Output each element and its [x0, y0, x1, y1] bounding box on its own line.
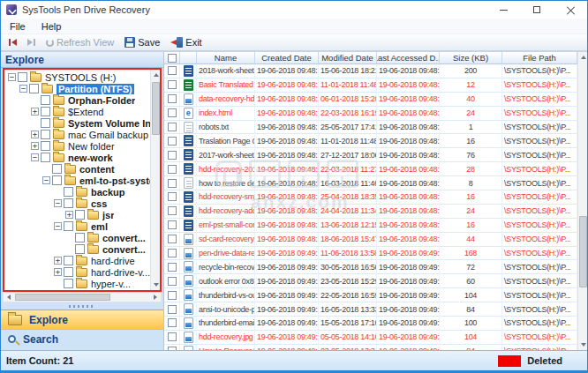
tree-checkbox[interactable]: [64, 198, 73, 208]
table-row[interactable]: how to restore del...19-06-2018 09:48:..…: [164, 176, 577, 190]
maximize-button[interactable]: [520, 1, 554, 19]
tree-checkbox[interactable]: [64, 221, 73, 231]
tree-item[interactable]: +hard-drive-v...: [4, 266, 150, 278]
tree-item[interactable]: hyper-v...: [4, 278, 150, 289]
table-row[interactable]: ansi-to-unicode-pst...19-06-2018 09:49:.…: [164, 302, 577, 317]
table-row[interactable]: outlook error 0x80...19-06-2018 09:49:..…: [164, 274, 577, 288]
row-checkbox[interactable]: [168, 165, 177, 174]
tree-item[interactable]: System Volume Inform: [4, 117, 150, 129]
tree-checkbox[interactable]: [41, 130, 50, 139]
column-header[interactable]: Last Accessed D...: [377, 52, 440, 64]
table-scrollbar-thumb[interactable]: [579, 216, 587, 287]
expand-icon[interactable]: +: [65, 211, 73, 219]
tree-checkbox[interactable]: [75, 233, 85, 242]
expand-icon[interactable]: +: [31, 131, 39, 138]
row-checkbox[interactable]: [168, 151, 177, 160]
table-row[interactable]: sd-card-recovery.p...19-06-2018 09:48:..…: [164, 233, 577, 247]
row-checkbox[interactable]: [168, 94, 177, 103]
table-scroll-down-button[interactable]: [578, 339, 587, 350]
tree-checkbox[interactable]: [41, 95, 50, 105]
tree-vertical-scrollbar[interactable]: [150, 70, 160, 290]
tree-scrollbar-thumb[interactable]: [152, 82, 160, 135]
row-checkbox[interactable]: [168, 206, 177, 215]
collapse-icon[interactable]: −: [42, 176, 50, 184]
row-checkbox[interactable]: [168, 332, 177, 341]
expand-icon[interactable]: +: [54, 257, 62, 265]
tree-checkbox[interactable]: [52, 164, 62, 174]
table-row[interactable]: hdd-recovery.jpg19-06-2018 09:49:...05-0…: [164, 331, 577, 345]
row-checkbox[interactable]: [168, 220, 177, 229]
column-header[interactable]: Created Date: [255, 52, 319, 64]
tree-item[interactable]: +hard-drive: [4, 255, 150, 266]
tree-checkbox[interactable]: [41, 141, 50, 151]
row-checkbox[interactable]: [168, 249, 177, 257]
explore-nav-button[interactable]: Explore: [1, 310, 163, 329]
tree-item[interactable]: content: [4, 163, 150, 175]
expand-icon[interactable]: +: [31, 108, 39, 116]
row-checkbox[interactable]: [168, 291, 177, 300]
tree-checkbox[interactable]: [64, 279, 73, 288]
collapse-icon[interactable]: −: [54, 222, 62, 230]
row-checkbox[interactable]: [168, 263, 177, 272]
expand-icon[interactable]: +: [54, 268, 62, 276]
panel-splitter[interactable]: [1, 302, 163, 310]
tree-item[interactable]: −SYSTOOLS (H:): [4, 71, 150, 83]
tree-checkbox[interactable]: [64, 256, 73, 265]
row-checkbox[interactable]: [168, 137, 177, 145]
column-header[interactable]: File Path: [502, 52, 577, 64]
tree-item[interactable]: +mac Gmail backup: [4, 129, 150, 140]
go-first-button[interactable]: [5, 34, 20, 50]
row-checkbox[interactable]: [168, 318, 177, 327]
table-row[interactable]: eml-pst-small-conte...19-06-2018 09:48:.…: [164, 219, 577, 233]
table-row[interactable]: eindex.html19-06-2018 09:48:...22-03-201…: [164, 107, 577, 121]
tree-item[interactable]: −eml: [4, 220, 150, 232]
tree-item[interactable]: −eml-to-pst-systoo: [4, 175, 150, 186]
search-nav-button[interactable]: Search: [1, 329, 163, 348]
row-checkbox[interactable]: [168, 66, 177, 75]
tree-checkbox[interactable]: [75, 210, 85, 220]
table-row[interactable]: data-recovery-hdd....19-06-2018 09:48:..…: [164, 93, 577, 107]
table-row[interactable]: 2018-work-sheet.odt19-06-2018 09:48:...1…: [164, 64, 577, 78]
row-checkbox[interactable]: [168, 123, 177, 131]
collapse-icon[interactable]: −: [19, 85, 27, 93]
column-header[interactable]: Size (KB): [440, 52, 502, 64]
save-button[interactable]: Save: [121, 34, 163, 50]
row-checkbox[interactable]: [168, 305, 177, 314]
tree-scroll-left-button[interactable]: [4, 293, 14, 302]
collapse-icon[interactable]: −: [54, 199, 62, 207]
column-header[interactable]: Name: [197, 52, 255, 64]
table-vertical-scrollbar[interactable]: [577, 52, 587, 350]
table-row[interactable]: thunderbird-emails-...19-06-2018 09:49:.…: [164, 317, 577, 331]
row-checkbox[interactable]: [168, 277, 177, 286]
tree-item[interactable]: +$Extend: [4, 106, 150, 117]
table-scroll-up-button[interactable]: [578, 52, 587, 63]
tree-checkbox[interactable]: [52, 175, 62, 185]
collapse-icon[interactable]: −: [8, 73, 16, 81]
close-button[interactable]: [554, 1, 587, 19]
row-checkbox[interactable]: [168, 235, 177, 243]
table-row[interactable]: recycle-bin-recove...19-06-2018 09:49:..…: [164, 260, 577, 274]
menu-help[interactable]: Help: [41, 21, 62, 32]
tree-checkbox[interactable]: [75, 244, 85, 254]
row-checkbox[interactable]: [168, 80, 177, 89]
expand-icon[interactable]: +: [31, 142, 39, 150]
table-row[interactable]: 2017-work-sheet.odt19-06-2018 09:48:...2…: [164, 148, 577, 162]
row-checkbox[interactable]: [168, 108, 177, 117]
tree-scroll-up-button[interactable]: [151, 70, 161, 80]
table-row[interactable]: thunderbird-vs-outl...19-06-2018 09:49:.…: [164, 288, 577, 302]
go-last-button[interactable]: [24, 34, 39, 50]
refresh-view-button[interactable]: Refresh View: [42, 34, 117, 50]
tree-hscrollbar-thumb[interactable]: [15, 294, 110, 301]
minimize-button[interactable]: [486, 1, 520, 19]
tree-item[interactable]: Orphan-Folder: [4, 94, 150, 106]
tree-scroll-right-button[interactable]: [150, 293, 161, 302]
table-row[interactable]: robots.txt19-06-2018 09:48:...25-05-2017…: [164, 121, 577, 135]
collapse-icon[interactable]: −: [31, 153, 39, 161]
table-row[interactable]: Basic Translated ...19-06-2018 09:48:...…: [164, 78, 577, 93]
exit-button[interactable]: Exit: [167, 34, 205, 50]
tree-checkbox[interactable]: [64, 187, 73, 197]
tree-item[interactable]: −css: [4, 198, 150, 209]
column-header[interactable]: Modified Date: [319, 52, 377, 64]
tree-checkbox[interactable]: [41, 107, 50, 116]
row-checkbox[interactable]: [168, 192, 177, 201]
